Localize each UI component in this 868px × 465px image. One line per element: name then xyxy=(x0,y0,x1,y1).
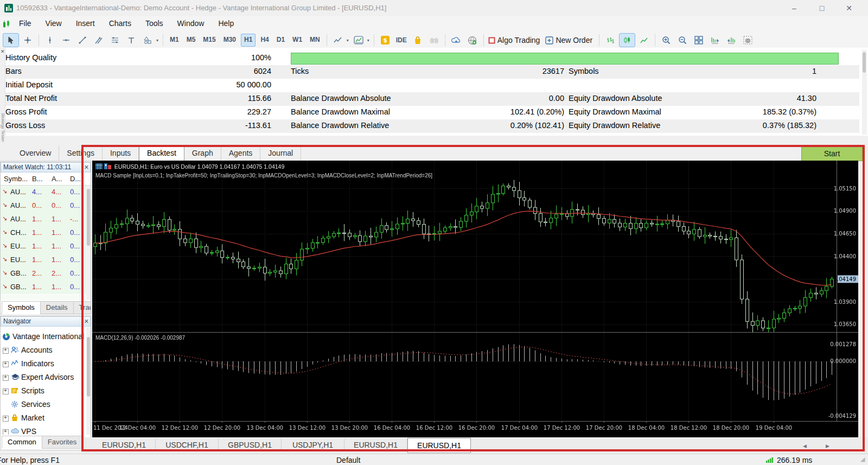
timeframe-M15[interactable]: M15 xyxy=(200,34,218,46)
navigator-item-market[interactable]: Market xyxy=(1,411,91,425)
timeframe-H4[interactable]: H4 xyxy=(258,34,271,46)
tester-tab-agents[interactable]: Agents xyxy=(221,146,261,161)
zoom-out-icon[interactable] xyxy=(675,34,690,47)
market-watch-row[interactable]: ↘CH...1...1...0... xyxy=(1,226,87,240)
navigator-item-vantage-international[interactable]: Vantage International xyxy=(1,330,91,343)
menu-help[interactable]: Help xyxy=(211,16,241,31)
zoom-in-icon[interactable] xyxy=(659,34,674,47)
vps-cloud-icon[interactable] xyxy=(449,34,464,47)
market-watch-column[interactable]: D... xyxy=(70,175,81,183)
horizontal-line-icon[interactable] xyxy=(59,34,74,47)
market-watch-row[interactable]: ↘EU...1...1...0... xyxy=(1,240,87,254)
deposit-icon[interactable]: $ xyxy=(378,34,393,47)
tab-scroll-left-icon[interactable]: ◀ xyxy=(803,443,807,449)
tester-tab-backtest[interactable]: Backtest xyxy=(139,145,184,161)
navigator-close-icon[interactable]: ✕ xyxy=(84,317,89,326)
text-icon[interactable] xyxy=(124,34,139,47)
menu-window[interactable]: Window xyxy=(170,16,212,31)
stats-scrollbar[interactable] xyxy=(862,50,867,135)
market-watch-tab-trading[interactable]: Trading xyxy=(73,301,91,314)
market-watch-row[interactable]: ↘AU...4...4...0... xyxy=(1,186,87,200)
tester-tab-settings[interactable]: Settings xyxy=(59,146,103,161)
panel-close-icon[interactable]: ✕ xyxy=(1,49,5,54)
tester-tab-inputs[interactable]: Inputs xyxy=(103,146,139,161)
profile-selector[interactable]: Default xyxy=(336,456,360,464)
navigator-item-vps[interactable]: VPS xyxy=(1,425,91,435)
market-watch-column[interactable]: A... xyxy=(52,175,62,183)
tester-tab-journal[interactable]: Journal xyxy=(260,146,301,161)
menu-view[interactable]: View xyxy=(39,16,69,31)
chart-tab-usdjpy-h1[interactable]: USDJPY,H1 xyxy=(282,439,344,451)
fibonacci-icon[interactable] xyxy=(107,34,123,47)
shift-end-icon[interactable] xyxy=(707,34,723,47)
market-bag-icon[interactable] xyxy=(410,34,425,47)
connection-bars-icon[interactable] xyxy=(766,456,774,463)
chart-tab-eurusd-h1[interactable]: EURUSD,H1 xyxy=(93,439,156,451)
timeframe-H1[interactable]: H1 xyxy=(241,34,256,47)
expand-icon[interactable] xyxy=(3,375,9,381)
market-watch-row[interactable]: ↘EU...1...1...0... xyxy=(1,253,87,267)
algo-trading-button[interactable]: Algo Trading xyxy=(487,34,544,47)
community-icon[interactable] xyxy=(465,34,480,47)
screenshot-icon[interactable] xyxy=(740,34,755,47)
chart-type-dropdown-icon[interactable]: ▾ xyxy=(347,38,349,43)
market-watch-column[interactable]: Symb... xyxy=(4,175,28,183)
chart-tab-gbpusd-h1[interactable]: GBPUSD,H1 xyxy=(219,439,282,451)
navigator-item-indicators[interactable]: Indicators xyxy=(1,357,91,371)
market-watch-tab-symbols[interactable]: Symbols xyxy=(2,301,41,314)
line-mode-icon[interactable] xyxy=(636,34,652,47)
navigator-tab-common[interactable]: Common xyxy=(2,436,42,449)
depth-of-market-icon[interactable] xyxy=(104,163,111,169)
tab-scroll-right-icon[interactable]: ▶ xyxy=(826,443,829,449)
menu-insert[interactable]: Insert xyxy=(69,16,102,31)
close-button[interactable]: ✕ xyxy=(840,2,858,14)
menu-file[interactable]: File xyxy=(12,16,39,31)
cursor-icon[interactable] xyxy=(3,33,19,47)
market-watch-scrollbar-thumb[interactable] xyxy=(87,189,90,246)
new-order-button[interactable]: New Order xyxy=(544,34,596,47)
price-chart[interactable] xyxy=(92,161,858,437)
navigator-item-expert-advisors[interactable]: Expert Advisors xyxy=(1,371,91,384)
trendline-icon[interactable] xyxy=(75,34,90,47)
market-watch-scrollbar[interactable] xyxy=(86,186,91,300)
expand-icon[interactable] xyxy=(3,416,9,422)
stats-scrollbar-thumb[interactable] xyxy=(863,52,866,73)
market-watch-row[interactable]: ↘GB...1...1...0... xyxy=(1,281,87,295)
navigator-tab-favorites[interactable]: Favorites xyxy=(42,436,82,449)
expand-icon[interactable] xyxy=(3,388,9,394)
chart-tab-usdchf-h1[interactable]: USDCHF,H1 xyxy=(156,439,219,451)
start-button[interactable]: Start xyxy=(801,146,863,161)
tester-tab-overview[interactable]: Overview xyxy=(12,146,59,161)
shapes-icon[interactable] xyxy=(140,34,155,47)
channel-icon[interactable] xyxy=(91,34,106,47)
ide-button[interactable]: IDE xyxy=(394,34,409,47)
crosshair-icon[interactable] xyxy=(20,34,35,47)
navigator-item-services[interactable]: Services xyxy=(1,398,91,411)
minimize-button[interactable]: – xyxy=(785,2,803,14)
menu-charts[interactable]: Charts xyxy=(102,16,138,31)
chart-tab-eurusd-h1[interactable]: EURUSD,H1 xyxy=(344,439,407,451)
chart-type-icon[interactable] xyxy=(330,34,346,47)
timeframe-W1[interactable]: W1 xyxy=(290,34,305,46)
navigator-item-scripts[interactable]: Scripts xyxy=(1,384,91,398)
indicators-icon[interactable] xyxy=(351,34,366,47)
resize-grip[interactable]: ◢ xyxy=(860,456,865,463)
maximize-button[interactable]: □ xyxy=(813,2,831,14)
candles-mode-icon[interactable] xyxy=(619,33,635,47)
navigator-scrollbar-thumb[interactable] xyxy=(87,337,90,397)
menu-tools[interactable]: Tools xyxy=(138,16,170,31)
tile-windows-icon[interactable] xyxy=(691,34,706,47)
chart-tab-eurusd-h1[interactable]: EURUSD,H1 xyxy=(407,438,471,453)
bars-mode-icon[interactable] xyxy=(603,34,618,47)
market-watch-row[interactable]: ↘GB...2...2...0... xyxy=(1,267,87,281)
chart-scrollbar[interactable] xyxy=(863,161,868,437)
navigator-scrollbar[interactable] xyxy=(86,327,91,435)
timeframe-M30[interactable]: M30 xyxy=(221,34,239,46)
timeframe-D1[interactable]: D1 xyxy=(274,34,288,46)
market-watch-row[interactable]: ↘AU...1...1...-... xyxy=(1,213,87,227)
timeframe-MN[interactable]: MN xyxy=(307,34,323,46)
indicators-dropdown-icon[interactable]: ▾ xyxy=(367,38,369,43)
expand-icon[interactable] xyxy=(3,361,9,367)
expand-icon[interactable] xyxy=(3,348,9,354)
timeframe-M1[interactable]: M1 xyxy=(167,34,182,46)
